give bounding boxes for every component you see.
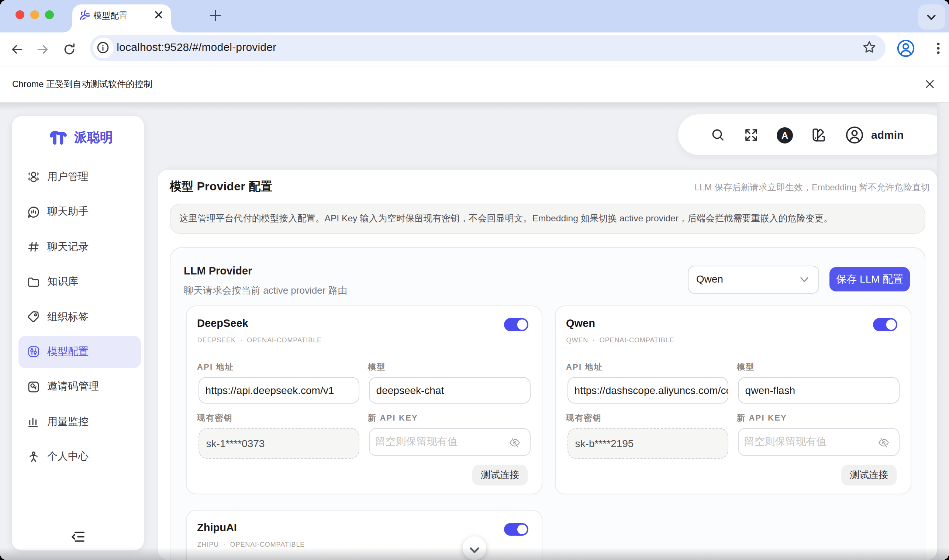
svg-text:A: A <box>781 130 788 140</box>
